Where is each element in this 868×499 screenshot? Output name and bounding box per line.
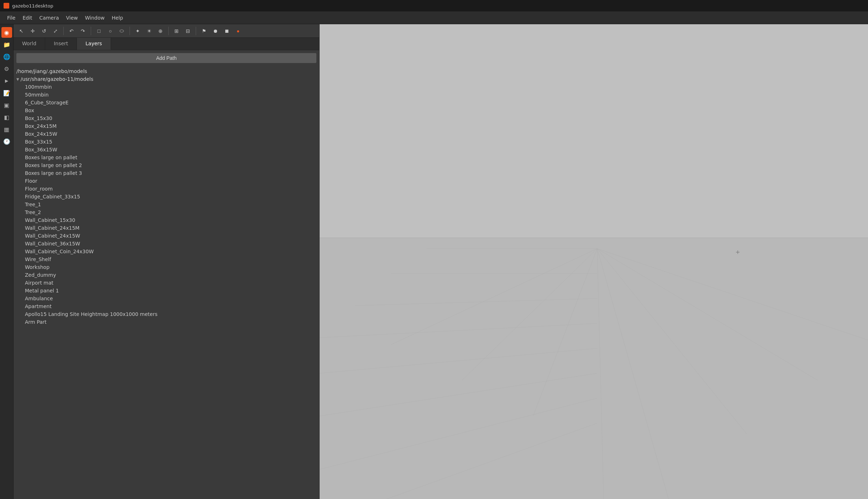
terminal-icon[interactable]: ▶	[1, 76, 12, 86]
list-item[interactable]: Box_15x30	[14, 114, 319, 122]
list-item[interactable]: Wall_Cabinet_15x30	[14, 216, 319, 224]
list-item[interactable]: 50mmbin	[14, 91, 319, 99]
list-item[interactable]: Floor_room	[14, 185, 319, 193]
list-item[interactable]: Tree_2	[14, 208, 319, 216]
list-item[interactable]: Ambulance	[14, 295, 319, 302]
toolbar-sep-1	[63, 27, 64, 35]
list-item[interactable]: Wire_Shelf	[14, 255, 319, 263]
list-item[interactable]: 100mmbin	[14, 83, 319, 91]
layer2-button[interactable]: ⊟	[183, 26, 193, 36]
list-item[interactable]: Boxes large on pallet	[14, 154, 319, 161]
toolbar-sep-3	[130, 27, 130, 35]
menu-bar: File Edit Camera View Window Help	[0, 11, 868, 24]
tab-world[interactable]: World	[14, 38, 45, 50]
main-content: ◉ 📁 🌐 ⚙ ▶ 📝 ▣ ◧ ▦ 🕐 ↖	[0, 24, 868, 499]
list-item[interactable]: Boxes large on pallet 2	[14, 161, 319, 169]
scale-tool-button[interactable]: ⤢	[51, 26, 61, 36]
settings-icon[interactable]: ⚙	[1, 63, 12, 74]
browser-icon[interactable]: 🌐	[1, 51, 12, 62]
app3-icon[interactable]: ▦	[1, 124, 12, 135]
list-item[interactable]: Apollo15 Landing Site Heightmap 1000x100…	[14, 310, 319, 318]
panel-area: ↖ ✛ ↺ ⤢ ↶ ↷ □ ○ ⬭ ✦ ☀ ⊕ ⊞ ⊟ ⚑ ⏺ ⏹ ● Worl…	[14, 24, 320, 499]
left-sidebar: ◉ 📁 🌐 ⚙ ▶ 📝 ▣ ◧ ▦ 🕐	[0, 24, 14, 499]
app1-icon[interactable]: ▣	[1, 100, 12, 110]
list-item[interactable]: Wall_Cabinet_24x15M	[14, 224, 319, 232]
list-item[interactable]: Wall_Cabinet_24x15W	[14, 232, 319, 240]
list-item[interactable]: Floor	[14, 177, 319, 185]
menu-help[interactable]: Help	[108, 14, 127, 22]
title-bar-icon	[4, 3, 9, 9]
list-item[interactable]: Workshop	[14, 263, 319, 271]
tab-insert[interactable]: Insert	[45, 38, 77, 50]
list-item[interactable]: Metal panel 1	[14, 287, 319, 295]
collapse-icon: ▼	[16, 77, 19, 81]
menu-edit[interactable]: Edit	[19, 14, 36, 22]
list-item[interactable]: Box_36x15W	[14, 146, 319, 154]
list-item-group[interactable]: ▼ /usr/share/gazebo-11/models	[14, 75, 319, 83]
list-item[interactable]: Box_33x15	[14, 138, 319, 146]
list-item[interactable]: Wall_Cabinet_36x15W	[14, 240, 319, 248]
list-item[interactable]	[14, 326, 319, 328]
list-item[interactable]: Boxes large on pallet 3	[14, 169, 319, 177]
orange-button[interactable]: ●	[233, 26, 243, 36]
list-item[interactable]: Box_24x15W	[14, 130, 319, 138]
toolbar: ↖ ✛ ↺ ⤢ ↶ ↷ □ ○ ⬭ ✦ ☀ ⊕ ⊞ ⊟ ⚑ ⏺ ⏹ ●	[14, 24, 319, 38]
menu-camera[interactable]: Camera	[36, 14, 63, 22]
file-list[interactable]: /home/jiang/.gazebo/models ▼ /usr/share/…	[14, 66, 319, 499]
rotate-tool-button[interactable]: ↺	[39, 26, 49, 36]
list-item[interactable]: Box	[14, 106, 319, 114]
list-item[interactable]: Airport mat	[14, 279, 319, 287]
toolbar-sep-5	[196, 27, 196, 35]
sphere-button[interactable]: ○	[105, 26, 115, 36]
point-light-button[interactable]: ✦	[133, 26, 143, 36]
list-item[interactable]: Fridge_Cabinet_33x15	[14, 193, 319, 201]
clock-icon[interactable]: 🕐	[1, 136, 12, 147]
menu-view[interactable]: View	[63, 14, 81, 22]
undo-button[interactable]: ↶	[67, 26, 77, 36]
toolbar-sep-2	[91, 27, 91, 35]
list-item[interactable]: Zed_dummy	[14, 271, 319, 279]
redo-button[interactable]: ↷	[78, 26, 88, 36]
title-bar-text: gazebo11desktop	[12, 3, 53, 9]
list-item[interactable]: 6_Cube_StorageE	[14, 99, 319, 106]
viewport[interactable]	[320, 24, 868, 499]
layer1-button[interactable]: ⊞	[172, 26, 182, 36]
list-item[interactable]: /home/jiang/.gazebo/models	[14, 67, 319, 75]
tabs: World Insert Layers	[14, 38, 319, 50]
dir-light-button[interactable]: ⊕	[156, 26, 165, 36]
list-item[interactable]: Apartment	[14, 302, 319, 310]
translate-tool-button[interactable]: ✛	[28, 26, 38, 36]
toolbar-sep-4	[168, 27, 169, 35]
list-item[interactable]: Arm Part	[14, 318, 319, 326]
ubuntu-icon[interactable]: ◉	[1, 27, 12, 38]
box-button[interactable]: □	[94, 26, 104, 36]
title-bar: gazebo11desktop	[0, 0, 868, 11]
menu-window[interactable]: Window	[81, 14, 108, 22]
app2-icon[interactable]: ◧	[1, 112, 12, 123]
menu-file[interactable]: File	[4, 14, 19, 22]
record-button[interactable]: ⏺	[210, 26, 220, 36]
cylinder-button[interactable]: ⬭	[117, 26, 127, 36]
text-editor-icon[interactable]: 📝	[1, 88, 12, 98]
list-item[interactable]: Box_24x15M	[14, 122, 319, 130]
stop-button[interactable]: ⏹	[222, 26, 232, 36]
svg-rect-1	[320, 238, 868, 499]
flag-button[interactable]: ⚑	[199, 26, 209, 36]
list-item[interactable]: Tree_1	[14, 201, 319, 208]
svg-rect-0	[320, 24, 868, 238]
tab-layers[interactable]: Layers	[77, 38, 111, 50]
add-path-button[interactable]: Add Path	[16, 53, 316, 63]
spot-light-button[interactable]: ☀	[144, 26, 154, 36]
select-tool-button[interactable]: ↖	[16, 26, 26, 36]
list-item[interactable]: Wall_Cabinet_Coin_24x30W	[14, 248, 319, 255]
files-icon[interactable]: 📁	[1, 39, 12, 50]
